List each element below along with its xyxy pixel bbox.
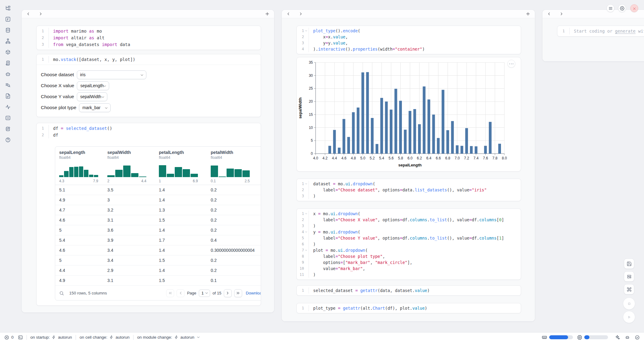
bar[interactable] [366,72,369,154]
sidebar-item-scratchpad[interactable] [5,126,11,132]
bar[interactable] [395,89,397,154]
bar[interactable] [418,124,421,154]
settings-button[interactable] [618,4,626,12]
chevron-left-icon[interactable] [26,12,30,16]
bar[interactable] [333,130,336,154]
editor-placeholder[interactable]: Start coding or generate with AI [570,29,644,34]
terminal-button[interactable] [18,335,23,340]
add-cell-icon[interactable] [525,11,531,16]
on-startup-setting[interactable]: on startup: autorun [30,335,72,340]
bar[interactable] [460,146,463,154]
prev-page-button[interactable] [177,289,184,297]
error-indicator[interactable]: 0 [4,335,14,340]
bar[interactable] [328,146,331,154]
sidebar-item-ai-chat[interactable] [5,71,11,77]
stop-button[interactable] [623,297,635,310]
bar[interactable] [404,130,407,154]
bar[interactable] [428,99,430,154]
first-page-button[interactable] [166,289,174,297]
bar[interactable] [385,102,388,154]
bar[interactable] [432,115,435,154]
plot-type-select[interactable]: mark_bar [79,103,111,112]
table-column-header[interactable]: sepalWidth float64 24.4 [107,147,159,185]
bar[interactable] [456,145,459,154]
bar[interactable] [352,112,355,154]
chevron-left-icon[interactable] [547,12,551,16]
bar[interactable] [484,146,487,154]
chevron-right-icon[interactable] [299,12,303,16]
code-cell-selected-dataset[interactable]: 1selected_dataset = getattr(data, datase… [296,285,521,296]
close-button[interactable] [630,4,638,12]
bar[interactable] [357,108,360,154]
table-row[interactable]: 53.61.40.2setosa [55,225,261,235]
table-row[interactable]: 4.63.41.40.30000000000000004setosa [55,245,261,255]
code-cell-dataframe[interactable]: 1df = selected_dataset()2df sepalLength … [36,123,261,306]
code-cell-dataset-dropdown[interactable]: 1dataset = mo.ui.dropdown(2 label="Choos… [296,179,521,201]
bar[interactable] [338,148,341,154]
ai-assist-button[interactable] [615,335,620,340]
last-page-button[interactable] [234,289,242,297]
table-column-header[interactable]: sepalLength float64 4.37.9 [59,147,107,185]
bar[interactable] [423,87,425,154]
code-cell-imports[interactable]: 1import marimo as mo2import altair as al… [36,26,261,50]
sidebar-item-snippets[interactable] [5,115,11,121]
bar[interactable] [361,73,364,154]
table-row[interactable]: 4.93.11.50.1setosa [55,276,261,286]
next-page-button[interactable] [224,289,232,297]
sidebar-item-file-explorer[interactable] [5,5,11,11]
sidebar-item-help[interactable] [5,137,11,143]
code-cell-vstack[interactable]: 1mo.vstack([dataset, x, y, plot]) Choose… [36,54,261,117]
bar[interactable] [390,110,392,154]
sidebar-item-packages[interactable] [5,49,11,55]
code-cell-empty[interactable]: 1 Start coding or generate with AI [557,26,644,37]
bar[interactable] [475,146,478,154]
sidebar-item-tracing[interactable] [5,82,11,88]
table-column-header[interactable]: petalLength float64 16.9 [159,147,211,185]
bar[interactable] [470,146,473,154]
x-value-select[interactable]: sepalLength [77,81,109,90]
table-row[interactable]: 4.63.11.50.2setosa [55,215,261,225]
table-row[interactable]: 4.73.21.30.2setosa [55,205,261,215]
sidebar-item-datasources[interactable] [5,27,11,33]
command-palette-button[interactable] [624,284,634,294]
bar-chart[interactable]: 4.04.24.44.64.85.05.25.45.65.86.06.26.46… [297,57,521,171]
bar[interactable] [413,109,416,154]
chevron-left-icon[interactable] [286,12,291,16]
bar[interactable] [347,137,350,154]
table-row[interactable]: 53.41.50.2setosa [55,255,261,265]
bar[interactable] [376,144,378,154]
bar[interactable] [342,119,345,154]
save-button[interactable] [624,258,634,269]
sidebar-item-logs[interactable] [5,60,11,66]
bar[interactable] [442,90,444,154]
code-cell-plot-expression[interactable]: 1plot_type().encode(2 x=x.value,3 y=y.va… [296,26,521,54]
table-row[interactable]: 4.931.40.2setosa [55,195,261,205]
sidebar-item-variables[interactable] [5,104,11,110]
bar[interactable] [437,138,440,154]
run-button[interactable] [623,311,635,323]
y-value-select[interactable]: sepalWidth [77,92,107,101]
table-column-header[interactable]: petalWidth float64 0.12.5 [211,147,261,185]
page-select[interactable]: 1 [199,290,210,297]
bar[interactable] [498,144,501,154]
generate-link[interactable]: generate [615,29,635,34]
download-button[interactable]: Download [246,291,261,295]
on-module-change-setting[interactable]: on module change: autorun [137,335,201,340]
bar[interactable] [489,122,492,154]
bar[interactable] [371,118,374,154]
bar[interactable] [465,128,468,154]
sidebar-item-functions[interactable] [5,16,11,22]
add-cell-icon[interactable] [265,11,270,16]
menu-button[interactable] [606,4,614,12]
on-cell-change-setting[interactable]: on cell change: autorun [80,335,130,340]
connection-status[interactable] [635,335,640,340]
chevron-right-icon[interactable] [38,12,43,16]
chart-menu-button[interactable] [507,60,515,68]
sidebar-item-documentation[interactable] [5,93,11,99]
sidebar-item-dependencies[interactable] [5,38,11,44]
layout-button[interactable] [624,271,634,282]
table-row[interactable]: 5.13.51.40.2setosa [55,185,261,195]
copilot-button[interactable] [625,335,630,340]
bar[interactable] [446,130,449,154]
table-row[interactable]: 5.43.91.70.4setosa [55,235,261,245]
